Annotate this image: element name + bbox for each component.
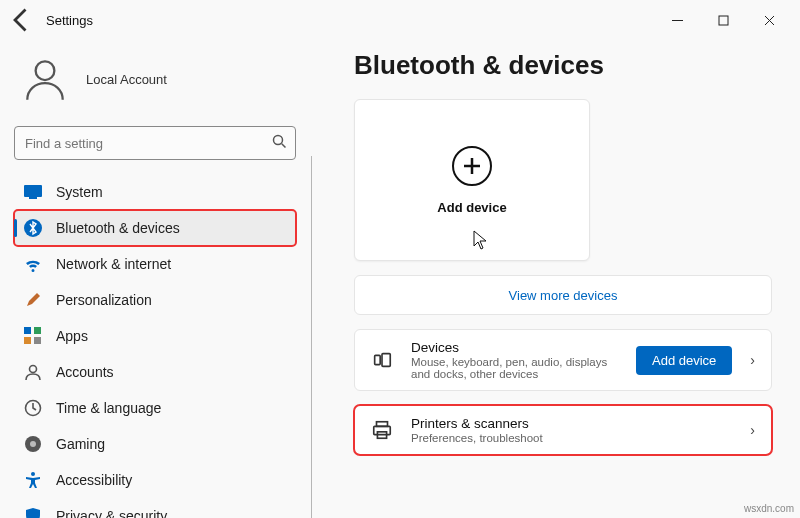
accounts-icon xyxy=(24,363,42,381)
devices-icon xyxy=(369,347,395,373)
row-devices[interactable]: Devices Mouse, keyboard, pen, audio, dis… xyxy=(354,329,772,391)
system-icon xyxy=(24,183,42,201)
nav-time-language[interactable]: Time & language xyxy=(14,390,296,426)
nav-label: Network & internet xyxy=(56,256,171,272)
nav-label: Bluetooth & devices xyxy=(56,220,180,236)
svg-rect-4 xyxy=(29,197,37,199)
svg-point-2 xyxy=(274,136,283,145)
nav-list: System Bluetooth & devices Network & int… xyxy=(14,174,296,518)
nav-label: Accounts xyxy=(56,364,114,380)
view-more-label: View more devices xyxy=(509,288,618,303)
svg-rect-6 xyxy=(24,327,31,334)
avatar-icon xyxy=(20,54,70,104)
nav-privacy[interactable]: Privacy & security xyxy=(14,498,296,518)
svg-rect-9 xyxy=(34,337,41,344)
svg-rect-15 xyxy=(375,355,381,364)
svg-rect-0 xyxy=(719,16,728,25)
titlebar: Settings xyxy=(0,0,800,40)
svg-rect-18 xyxy=(374,426,391,434)
clock-icon xyxy=(24,399,42,417)
svg-point-13 xyxy=(30,441,36,447)
svg-rect-3 xyxy=(24,185,42,197)
nav-personalization[interactable]: Personalization xyxy=(14,282,296,318)
svg-point-1 xyxy=(36,61,55,80)
svg-rect-16 xyxy=(382,354,390,367)
nav-label: Privacy & security xyxy=(56,508,167,518)
row-subtitle: Preferences, troubleshoot xyxy=(411,432,732,444)
add-device-tile[interactable]: Add device xyxy=(354,99,590,261)
gaming-icon xyxy=(24,435,42,453)
apps-icon xyxy=(24,327,42,345)
nav-accessibility[interactable]: Accessibility xyxy=(14,462,296,498)
add-device-button[interactable]: Add device xyxy=(636,346,732,375)
row-title: Printers & scanners xyxy=(411,416,732,431)
svg-rect-8 xyxy=(24,337,31,344)
nav-bluetooth-devices[interactable]: Bluetooth & devices xyxy=(14,210,296,246)
printer-icon xyxy=(369,417,395,443)
wifi-icon xyxy=(24,255,42,273)
bluetooth-icon xyxy=(24,219,42,237)
nav-label: Gaming xyxy=(56,436,105,452)
back-button[interactable] xyxy=(8,6,36,34)
nav-apps[interactable]: Apps xyxy=(14,318,296,354)
window-title: Settings xyxy=(46,13,93,28)
sidebar: Local Account System Bluetooth & devices… xyxy=(0,40,312,518)
search-input[interactable] xyxy=(14,126,296,160)
svg-point-10 xyxy=(30,366,37,373)
page-title: Bluetooth & devices xyxy=(354,50,772,81)
nav-system[interactable]: System xyxy=(14,174,296,210)
nav-accounts[interactable]: Accounts xyxy=(14,354,296,390)
search-field[interactable] xyxy=(14,126,296,160)
account-block[interactable]: Local Account xyxy=(20,54,312,104)
row-subtitle: Mouse, keyboard, pen, audio, displays an… xyxy=(411,356,620,380)
view-more-devices[interactable]: View more devices xyxy=(354,275,772,315)
nav-network[interactable]: Network & internet xyxy=(14,246,296,282)
nav-label: Time & language xyxy=(56,400,161,416)
close-button[interactable] xyxy=(746,4,792,36)
chevron-right-icon: › xyxy=(748,422,757,438)
nav-label: Apps xyxy=(56,328,88,344)
add-device-label: Add device xyxy=(437,200,506,215)
cursor-icon xyxy=(473,230,488,254)
row-printers-scanners[interactable]: Printers & scanners Preferences, trouble… xyxy=(354,405,772,455)
minimize-button[interactable] xyxy=(654,4,700,36)
maximize-button[interactable] xyxy=(700,4,746,36)
watermark: wsxdn.com xyxy=(744,503,794,514)
nav-label: System xyxy=(56,184,103,200)
account-name: Local Account xyxy=(86,72,167,87)
main-panel: Bluetooth & devices Add device View more… xyxy=(312,40,800,518)
plus-icon xyxy=(452,146,492,186)
row-title: Devices xyxy=(411,340,620,355)
nav-label: Accessibility xyxy=(56,472,132,488)
accessibility-icon xyxy=(24,471,42,489)
brush-icon xyxy=(24,291,42,309)
svg-rect-7 xyxy=(34,327,41,334)
nav-label: Personalization xyxy=(56,292,152,308)
nav-gaming[interactable]: Gaming xyxy=(14,426,296,462)
shield-icon xyxy=(24,507,42,518)
search-icon xyxy=(272,134,287,153)
chevron-right-icon: › xyxy=(748,352,757,368)
svg-point-14 xyxy=(31,472,35,476)
